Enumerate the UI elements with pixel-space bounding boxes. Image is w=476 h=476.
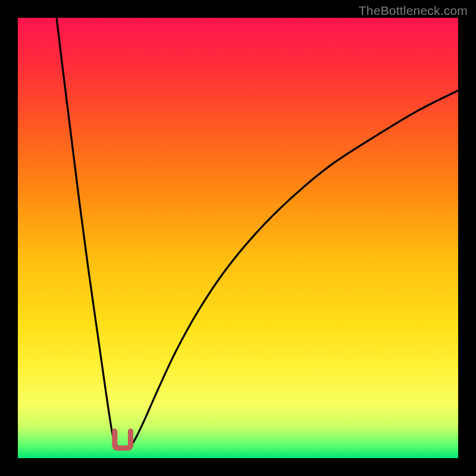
- bottleneck-chart: [18, 18, 458, 458]
- chart-frame: [18, 18, 458, 458]
- watermark-text: TheBottleneck.com: [359, 4, 468, 18]
